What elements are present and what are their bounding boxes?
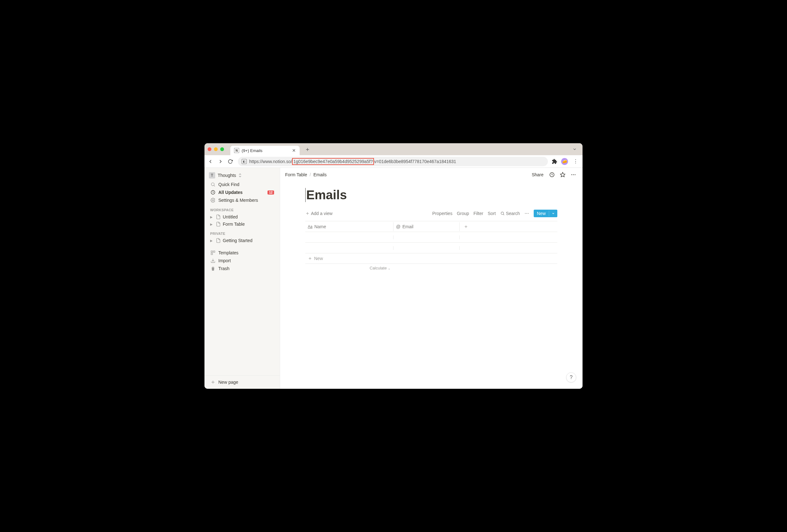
window-controls bbox=[208, 147, 224, 151]
cell-name[interactable] bbox=[305, 246, 394, 250]
cell-email[interactable] bbox=[394, 236, 460, 239]
titlebar: N (9+) Emails ✕ ＋ bbox=[205, 143, 582, 155]
toggle-icon[interactable]: ▶ bbox=[210, 239, 215, 242]
svg-rect-4 bbox=[211, 251, 213, 252]
svg-point-14 bbox=[575, 174, 576, 175]
workspace-icon: T bbox=[209, 172, 215, 178]
all-updates-button[interactable]: All Updates 12 bbox=[207, 189, 277, 196]
reload-button[interactable] bbox=[228, 159, 234, 164]
breadcrumb-sep: / bbox=[310, 172, 311, 177]
sort-button[interactable]: Sort bbox=[488, 211, 496, 216]
maximize-window-button[interactable] bbox=[220, 147, 224, 151]
templates-button[interactable]: Templates bbox=[207, 249, 277, 257]
svg-point-3 bbox=[212, 200, 214, 201]
table-row[interactable] bbox=[305, 243, 557, 253]
favorite-icon[interactable] bbox=[559, 171, 567, 179]
page-icon bbox=[216, 214, 221, 219]
calculate-button[interactable]: Calculate ⌄ bbox=[305, 266, 394, 270]
table-footer: Calculate ⌄ bbox=[305, 264, 557, 272]
url-bar: ◧ https://www.notion.so/1g016e9bec9e47e0… bbox=[205, 155, 582, 168]
database-table: Aa Name @ Email bbox=[305, 221, 557, 272]
url-highlight: 1g016e9bec9e47e0a59b4d9525299a5f? bbox=[292, 158, 374, 165]
breadcrumb-current[interactable]: Emails bbox=[314, 172, 327, 177]
gear-icon bbox=[210, 198, 216, 203]
filter-button[interactable]: Filter bbox=[473, 211, 483, 216]
svg-point-0 bbox=[211, 183, 214, 186]
extensions-icon[interactable] bbox=[552, 159, 557, 164]
properties-button[interactable]: Properties bbox=[432, 211, 452, 216]
sidebar-page-getting-started[interactable]: ▶ Getting Started bbox=[207, 237, 277, 244]
breadcrumb: Form Table / Emails bbox=[285, 172, 327, 177]
group-button[interactable]: Group bbox=[457, 211, 469, 216]
browser-menu-button[interactable]: ⋮ bbox=[572, 158, 579, 164]
new-row-button[interactable]: New bbox=[305, 253, 557, 264]
updates-icon[interactable] bbox=[548, 171, 556, 179]
close-window-button[interactable] bbox=[208, 147, 211, 151]
sidebar-page-untitled[interactable]: ▶ Untitled bbox=[207, 214, 277, 220]
updown-icon bbox=[238, 173, 242, 178]
view-options-button[interactable] bbox=[524, 211, 529, 216]
svg-rect-6 bbox=[211, 253, 213, 255]
browser-window: N (9+) Emails ✕ ＋ ◧ https://www.notion.s… bbox=[205, 143, 582, 389]
tab-overflow-button[interactable] bbox=[570, 147, 579, 151]
workspace-section-label: WORKSPACE bbox=[206, 204, 278, 213]
quick-find-button[interactable]: Quick Find bbox=[207, 181, 277, 188]
trash-icon bbox=[210, 266, 216, 271]
browser-tab[interactable]: N (9+) Emails ✕ bbox=[230, 146, 300, 155]
main-content: Form Table / Emails Share Emails bbox=[280, 168, 582, 389]
settings-button[interactable]: Settings & Members bbox=[207, 196, 277, 204]
trash-button[interactable]: Trash bbox=[207, 265, 277, 272]
svg-point-19 bbox=[525, 213, 526, 214]
profile-avatar[interactable]: 🧀 bbox=[561, 158, 568, 165]
svg-line-1 bbox=[214, 185, 215, 186]
svg-marker-11 bbox=[560, 173, 565, 177]
svg-point-12 bbox=[571, 174, 572, 175]
notion-app: T Thoughts Quick Find All U bbox=[205, 168, 582, 389]
minimize-window-button[interactable] bbox=[214, 147, 218, 151]
svg-point-20 bbox=[527, 213, 527, 214]
import-button[interactable]: Import bbox=[207, 257, 277, 264]
notion-favicon-icon: N bbox=[234, 148, 239, 153]
page-icon bbox=[216, 238, 221, 243]
cell-name[interactable] bbox=[305, 236, 394, 239]
toggle-icon[interactable]: ▶ bbox=[210, 215, 215, 219]
page-menu-icon[interactable] bbox=[569, 171, 577, 179]
page-body: Emails Add a view Properties Group Filte… bbox=[280, 182, 582, 389]
cell-email[interactable] bbox=[394, 246, 460, 250]
clock-icon bbox=[210, 190, 216, 195]
templates-icon bbox=[210, 250, 216, 255]
workspace-name: Thoughts bbox=[218, 173, 236, 178]
workspace-switcher[interactable]: T Thoughts bbox=[206, 170, 278, 180]
url-text: https://www.notion.so/1g016e9bec9e47e0a5… bbox=[249, 159, 456, 164]
help-button[interactable]: ? bbox=[566, 372, 576, 382]
chevron-down-icon[interactable] bbox=[549, 210, 557, 216]
breadcrumb-parent[interactable]: Form Table bbox=[285, 172, 307, 177]
add-column-button[interactable] bbox=[460, 223, 472, 231]
add-view-button[interactable]: Add a view bbox=[305, 211, 333, 216]
svg-point-13 bbox=[573, 174, 574, 175]
new-page-button[interactable]: New page bbox=[207, 378, 277, 386]
sidebar-page-form-table[interactable]: ▶ Form Table bbox=[207, 221, 277, 228]
table-header-row: Aa Name @ Email bbox=[305, 221, 557, 232]
plus-icon bbox=[210, 380, 216, 385]
close-tab-button[interactable]: ✕ bbox=[292, 148, 296, 153]
address-bar[interactable]: ◧ https://www.notion.so/1g016e9bec9e47e0… bbox=[238, 157, 548, 166]
forward-button[interactable] bbox=[218, 159, 224, 164]
private-section-label: PRIVATE bbox=[206, 228, 278, 237]
new-entry-button[interactable]: New bbox=[534, 209, 557, 217]
svg-line-18 bbox=[503, 214, 504, 215]
share-button[interactable]: Share bbox=[530, 171, 545, 178]
search-button[interactable]: Search bbox=[500, 211, 520, 216]
column-header-name[interactable]: Aa Name bbox=[305, 222, 394, 231]
table-row[interactable] bbox=[305, 232, 557, 243]
new-tab-button[interactable]: ＋ bbox=[302, 146, 313, 153]
site-info-icon[interactable]: ◧ bbox=[242, 159, 247, 164]
svg-point-21 bbox=[528, 213, 528, 214]
column-header-email[interactable]: @ Email bbox=[394, 222, 460, 231]
back-button[interactable] bbox=[208, 159, 214, 164]
toggle-icon[interactable]: ▶ bbox=[210, 223, 215, 226]
page-title[interactable]: Emails bbox=[305, 188, 557, 202]
download-icon bbox=[210, 258, 216, 263]
updates-badge: 12 bbox=[268, 191, 274, 195]
title-property-icon: Aa bbox=[308, 224, 313, 229]
